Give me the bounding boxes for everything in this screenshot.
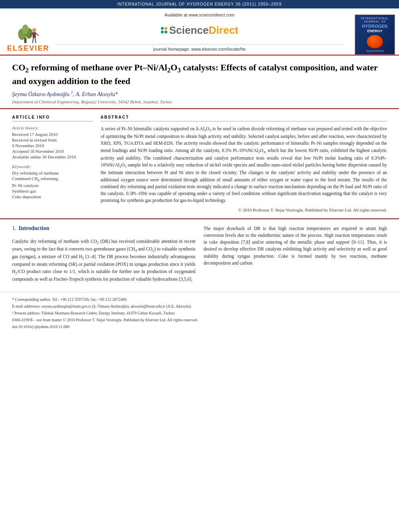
elsevier-logo: ELSEVIER xyxy=(6,21,50,53)
sd-dots-icon xyxy=(161,27,167,33)
footnote-star-text: * Corresponding author. Tel.: +90 212 35… xyxy=(12,297,128,302)
svg-point-5 xyxy=(32,28,36,32)
sd-dot-2 xyxy=(165,27,167,30)
footnote-doi-text: doi:10.1016/j.ijhydene.2010.11.080 xyxy=(12,325,70,329)
intro-right-text: The major drawback of DR is that high re… xyxy=(204,225,387,267)
elsevier-logo-area: ELSEVIER xyxy=(4,12,52,55)
keyword-5: Coke deposition xyxy=(12,194,93,199)
article-title: CO2 reforming of methane over Pt–Ni/Al2O… xyxy=(12,62,387,87)
journal-cover-title: International Journal of HYDROGEN ENERGY xyxy=(357,17,393,33)
footnote-one-text: ¹ Present address: Tübitak Marmara Resea… xyxy=(12,311,175,315)
svg-rect-6 xyxy=(33,32,36,38)
sd-dot-4 xyxy=(165,31,167,33)
footnote-email: E-mail addresses: seyma.aydinoglu@mam.go… xyxy=(12,303,387,309)
history-label: Article history: xyxy=(12,125,93,130)
abstract-header-text: Abstract xyxy=(101,115,129,119)
sciencedirect-wordmark: ScienceDirect xyxy=(169,24,239,37)
elsevier-tree-icon xyxy=(12,22,44,44)
abstract-copyright: © 2010 Professor T. Nejat Veziroglu. Pub… xyxy=(101,207,387,212)
article-title-section: CO2 reforming of methane over Pt–Ni/Al2O… xyxy=(0,55,399,109)
available-text: Available at www.sciencedirect.com xyxy=(165,12,234,17)
journal-cover-publisher: ScienceDirect xyxy=(366,49,383,52)
article-history-group: Article history: Received 17 August 2010… xyxy=(12,125,93,159)
abstract-body: A series of Pt–Ni bimetallic catalysts s… xyxy=(101,125,387,204)
accepted-date: Accepted 18 November 2010 xyxy=(12,149,93,154)
keywords-label: Keywords: xyxy=(12,164,93,169)
keyword-1: Dry reforming of methane xyxy=(12,170,93,175)
header: ELSEVIER Available at www.sciencedirect.… xyxy=(0,8,399,55)
intro-section-title: Introduction xyxy=(19,225,49,232)
journal-banner-text: International Journal of Hydrogen Energy… xyxy=(117,2,282,6)
footnotes: * Corresponding author. Tel.: +90 212 35… xyxy=(0,292,399,337)
intro-section: 1. Introduction Catalytic dry reforming … xyxy=(0,219,399,292)
intro-left: 1. Introduction Catalytic dry reforming … xyxy=(12,225,195,286)
svg-line-8 xyxy=(36,33,39,36)
intro-right: The major drawback of DR is that high re… xyxy=(204,225,387,286)
intro-left-text: Catalytic dry reforming of methane with … xyxy=(12,238,195,283)
journal-cover: International Journal of HYDROGEN ENERGY… xyxy=(355,14,395,55)
page: International Journal of Hydrogen Energy… xyxy=(0,0,399,532)
revised-label: Received in revised form xyxy=(12,138,93,142)
abstract-header: Abstract xyxy=(101,115,387,121)
keyword-4: Synthesis gas xyxy=(12,189,93,193)
svg-line-9 xyxy=(33,38,33,43)
journal-banner: International Journal of Hydrogen Energy… xyxy=(0,0,399,8)
footnote-one: ¹ Present address: Tübitak Marmara Resea… xyxy=(12,310,387,316)
footnote-issn-text: 0360-3199/$ – see front matter © 2010 Pr… xyxy=(12,318,198,322)
footnote-issn: 0360-3199/$ – see front matter © 2010 Pr… xyxy=(12,317,387,323)
sd-dot-3 xyxy=(161,31,164,33)
keywords-group: Keywords: Dry reforming of methane Combi… xyxy=(12,164,93,199)
article-info-col: Article Info Article history: Received 1… xyxy=(12,115,93,212)
svg-line-10 xyxy=(35,38,36,43)
journal-homepage: journal homepage: www.elsevier.com/locat… xyxy=(56,44,343,51)
article-info-header: Article Info xyxy=(12,115,93,121)
article-info-abstract: Article Info Article history: Received 1… xyxy=(0,109,399,219)
footnote-email-text: E-mail addresses: seyma.aydinoglu@mam.go… xyxy=(12,304,192,308)
received-date: Received 17 August 2010 xyxy=(12,132,93,137)
keyword-2: Combined CH4 reforming xyxy=(12,176,93,182)
sd-dot-1 xyxy=(161,27,164,30)
article-info-header-text: Article Info xyxy=(12,115,50,119)
svg-point-3 xyxy=(22,25,29,34)
keyword-3: Pt–Ni catalysts xyxy=(12,183,93,188)
sciencedirect-logo: ScienceDirect xyxy=(161,24,239,37)
journal-cover-area: International Journal of HYDROGEN ENERGY… xyxy=(347,12,395,55)
abstract-col: Abstract A series of Pt–Ni bimetallic ca… xyxy=(101,115,387,212)
footnote-doi: doi:10.1016/j.ijhydene.2010.11.080 xyxy=(12,324,387,330)
journal-cover-image xyxy=(367,35,383,48)
article-authors: Şeyma Özkara-Aydınoğlu 1, A. Erhan Aksoy… xyxy=(12,90,387,98)
article-affiliation: Department of Chemical Engineering, Boğa… xyxy=(12,99,387,104)
revised-date: 9 November 2010 xyxy=(12,143,93,148)
sciencedirect-area: Available at www.sciencedirect.com Scien… xyxy=(56,12,343,55)
intro-section-number: 1. xyxy=(12,225,16,232)
footnote-star: * Corresponding author. Tel.: +90 212 35… xyxy=(12,296,387,302)
available-date: Available online 30 December 2010 xyxy=(12,154,93,159)
elsevier-wordmark: ELSEVIER xyxy=(7,44,49,53)
keywords-list: Dry reforming of methane Combined CH4 re… xyxy=(12,170,93,199)
